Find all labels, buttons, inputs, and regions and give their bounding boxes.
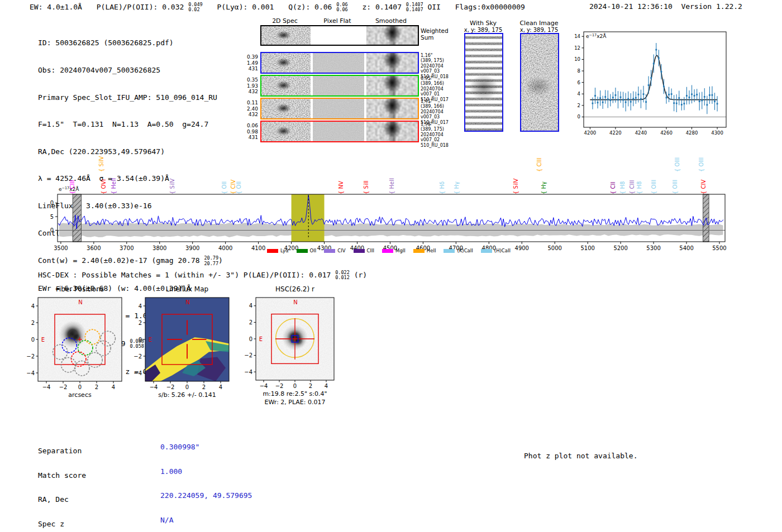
svg-text:4: 4 [112, 384, 115, 390]
obs-id: Obs: 20240704v007_5003626825 [38, 66, 223, 75]
fiber-info-stack: 0.95"(389, 166)20240704v007_01510_RU_017 [421, 76, 449, 102]
svg-text:0: 0 [185, 384, 189, 390]
svg-text:5000: 5000 [547, 245, 561, 251]
svg-text:0: 0 [578, 114, 580, 119]
smoothed-image [366, 26, 418, 45]
svg-text:4900: 4900 [515, 245, 529, 251]
elixer-report-page: EW: 4.0±1.0Å P(LAE)/P(OII): 0.032 0.0490… [0, 0, 782, 532]
svg-text:−4: −4 [260, 383, 268, 389]
match-label: Match score [38, 472, 103, 480]
svg-text:−2: −2 [166, 384, 175, 390]
match-table-values: 0.300998" 1.000 220.224059, 49.579695 N/… [160, 427, 252, 532]
svg-text:10: 10 [574, 56, 580, 62]
plae-poii-stat: P(LAE)/P(OII): 0.032 0.0490.02 [97, 3, 203, 11]
svg-text:10: 10 [49, 200, 54, 206]
svg-text:5500: 5500 [712, 245, 726, 251]
svg-text:4: 4 [578, 91, 580, 97]
pixel-flat-image [313, 76, 364, 95]
svg-text:−2: −2 [244, 352, 252, 358]
svg-text:4260: 4260 [660, 130, 673, 136]
legend-entry-CIII: CIII [354, 248, 374, 253]
svg-text:0: 0 [139, 337, 142, 343]
svg-text:2: 2 [309, 383, 312, 389]
smoothed-image [366, 76, 418, 95]
svg-text:6: 6 [578, 80, 580, 85]
svg-text:14: 14 [574, 33, 580, 39]
svg-text:N: N [293, 299, 297, 305]
legend-label: CIII [367, 248, 374, 253]
report-version: Version 1.22.2 [681, 2, 742, 11]
cutout-row [260, 98, 419, 119]
svg-text:4: 4 [219, 384, 222, 390]
legend-swatch [413, 249, 425, 253]
spec2d-image [261, 122, 311, 141]
line-label-OIII: { OIII [698, 157, 704, 172]
svg-text:4240: 4240 [635, 130, 647, 136]
svg-text:0: 0 [293, 383, 297, 389]
svg-text:−4: −4 [26, 370, 35, 376]
svg-text:m:19.8 re:2.5" s:0.4": m:19.8 re:2.5" s:0.4" [263, 390, 327, 397]
svg-text:4100: 4100 [251, 245, 265, 251]
svg-text:E: E [149, 337, 152, 343]
fit-params: F=1.5" T=0.131 N=1.13 A=0.50 g=24.7 [38, 120, 223, 129]
spectrum-legend: LyαOIICIVCIIIMgIIHeII(K)CaII(H)CaII [267, 248, 511, 253]
col-header-pixel-flat: Pixel Flat [312, 17, 363, 25]
with-sky-image [464, 33, 503, 132]
svg-text:N: N [185, 299, 189, 305]
legend-swatch [354, 249, 365, 253]
svg-text:−4: −4 [133, 370, 142, 376]
photz-unavailable-notice: Phot z plot not available. [524, 452, 638, 460]
cutout-row [260, 52, 419, 74]
svg-text:2: 2 [95, 384, 98, 390]
svg-text:3800: 3800 [152, 245, 166, 251]
match-value: N/A [160, 516, 252, 525]
with-sky-coords: x, y: 389, 175 [458, 27, 508, 33]
z-stat: z: 0.1407 0.14070.1407 OII [363, 3, 441, 11]
smoothed-image [366, 99, 418, 118]
svg-text:−4: −4 [244, 369, 252, 375]
pixel-flat-image [313, 122, 364, 141]
match-value: 1.000 [160, 468, 252, 476]
col-header-smoothed: Smoothed [365, 17, 417, 25]
smoothed-image [366, 53, 418, 73]
legend-label: Lyα [280, 248, 289, 253]
legend-swatch [267, 249, 278, 253]
legend-swatch [297, 249, 308, 253]
pixel-flat-image [313, 99, 364, 118]
svg-text:Lineflux Map: Lineflux Map [166, 285, 208, 293]
svg-text:N: N [78, 299, 82, 305]
legend-entry-(K)CaII: (K)CaII [444, 248, 473, 253]
line-label-SiIV: { SiIV [98, 156, 104, 172]
svg-text:e−17x2Å: e−17x2Å [59, 186, 79, 192]
svg-text:E: E [259, 336, 263, 342]
legend-entry-OII: OII [297, 248, 317, 253]
svg-text:EWr: 2, PLAE: 0.017: EWr: 2, PLAE: 0.017 [264, 399, 325, 406]
legend-label: (H)CaII [494, 248, 511, 253]
spec2d-image [261, 99, 311, 118]
svg-text:2: 2 [31, 320, 35, 326]
legend-label: OII [310, 248, 317, 253]
svg-text:s/b: 5.26 +/- 0.141: s/b: 5.26 +/- 0.141 [158, 391, 216, 399]
svg-text:−2: −2 [26, 353, 35, 360]
qz-stat: Q(z): 0.06 0.060.06 [288, 3, 348, 11]
fiber-weight-stack: 0.391.49431 [245, 54, 258, 72]
pixel-flat-image [313, 26, 364, 45]
flags-stat: Flags:0x00000009 [455, 3, 525, 11]
svg-text:3600: 3600 [87, 245, 101, 251]
plya-stat: P(Lyα): 0.001 [217, 3, 274, 11]
weighted-sum-label: WeightedSum [421, 27, 449, 41]
match-label: RA, Dec [38, 496, 103, 504]
svg-text:2: 2 [578, 103, 580, 108]
legend-entry-CIV: CIV [324, 248, 345, 253]
clean-image-title: Clean Image [514, 20, 564, 27]
svg-text:12: 12 [574, 45, 580, 51]
svg-text:5100: 5100 [580, 245, 594, 251]
svg-text:0: 0 [249, 336, 252, 342]
svg-text:arcsecs: arcsecs [68, 391, 92, 399]
svg-text:4: 4 [249, 303, 252, 309]
svg-text:−2: −2 [59, 384, 68, 390]
legend-swatch [382, 249, 393, 253]
fiber-info-stack: 1.41"(389, 166)20240704v007_03510_RU_017 [421, 99, 449, 125]
legend-label: (K)CaII [457, 248, 473, 253]
ew-stat: EW: 4.0±1.0Å [30, 3, 82, 11]
